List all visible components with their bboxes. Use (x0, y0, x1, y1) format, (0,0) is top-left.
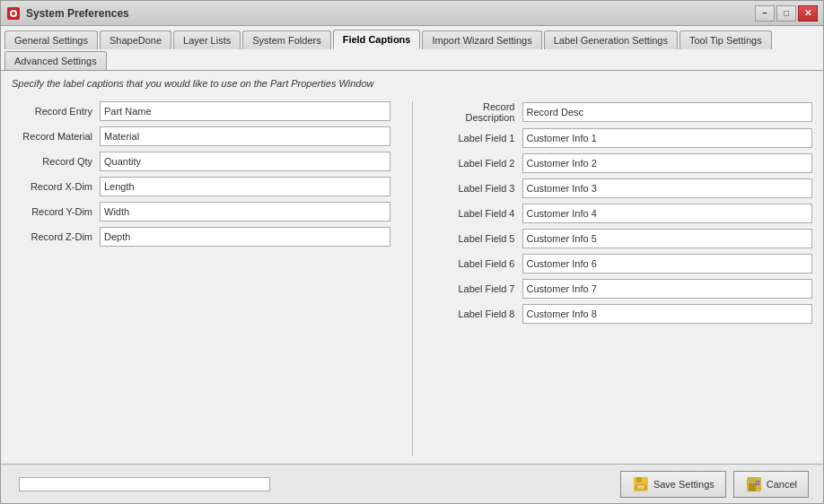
input-label-field-1[interactable] (522, 128, 813, 148)
tab-label-gen[interactable]: Label Generation Settings (544, 30, 678, 49)
label-field-3: Label Field 3 (434, 183, 515, 194)
bottom-bar: Save Settings Cancel (1, 464, 823, 503)
field-row-record-ydim: Record Y-Dim (12, 202, 390, 222)
field-row-record-zdim: Record Z-Dim (12, 227, 390, 247)
field-row-label-5: Label Field 5 (434, 229, 813, 248)
field-row-label-8: Label Field 8 (434, 304, 813, 324)
input-label-field-5[interactable] (522, 229, 813, 248)
svg-rect-6 (637, 485, 644, 489)
tab-general-settings[interactable]: General Settings (4, 30, 98, 49)
app-icon (6, 6, 21, 21)
fields-container: Record Entry Record Material Record Qty … (12, 101, 812, 456)
input-record-xdim[interactable] (100, 177, 390, 196)
label-field-5: Label Field 5 (434, 233, 515, 244)
main-window: System Preferences – □ ✕ General Setting… (0, 0, 824, 504)
title-bar: System Preferences – □ ✕ (1, 1, 823, 26)
maximize-button[interactable]: □ (776, 5, 796, 22)
field-row-label-7: Label Field 7 (434, 279, 813, 299)
minimize-button[interactable]: – (755, 5, 775, 22)
vertical-divider (412, 101, 413, 456)
field-row-label-6: Label Field 6 (434, 254, 813, 274)
progress-area (15, 477, 613, 491)
input-label-field-2[interactable] (522, 153, 813, 173)
field-row-label-4: Label Field 4 (434, 204, 813, 223)
description-text: Specify the label captions that you woul… (12, 78, 812, 89)
label-record-zdim: Record Z-Dim (12, 231, 92, 242)
tab-content-border: Specify the label captions that you woul… (1, 70, 823, 464)
tab-system-folders[interactable]: System Folders (242, 30, 330, 49)
title-buttons: – □ ✕ (755, 5, 818, 22)
field-row-record-desc: Record Description (434, 101, 813, 123)
input-label-field-7[interactable] (522, 279, 813, 299)
left-fields-column: Record Entry Record Material Record Qty … (12, 101, 390, 456)
svg-rect-4 (636, 477, 642, 482)
field-row-record-entry: Record Entry (12, 101, 390, 121)
svg-point-2 (12, 12, 15, 15)
input-record-zdim[interactable] (100, 227, 390, 247)
right-fields-column: Record Description Label Field 1 Label F… (434, 101, 813, 456)
label-record-ydim: Record Y-Dim (12, 206, 92, 217)
save-label: Save Settings (653, 479, 714, 490)
label-record-material: Record Material (12, 131, 92, 142)
label-field-4: Label Field 4 (434, 208, 515, 219)
tab-tooltip[interactable]: Tool Tip Settings (679, 30, 772, 49)
label-field-7: Label Field 7 (434, 283, 515, 294)
window-title: System Preferences (26, 7, 129, 20)
label-field-8: Label Field 8 (434, 308, 515, 319)
label-field-1: Label Field 1 (434, 133, 515, 143)
input-record-desc[interactable] (522, 102, 813, 122)
field-row-label-2: Label Field 2 (434, 153, 813, 173)
input-record-entry[interactable] (100, 101, 390, 121)
input-label-field-6[interactable] (522, 254, 813, 274)
svg-rect-9 (749, 477, 756, 483)
tab-shapedone[interactable]: ShapeDone (100, 30, 171, 49)
field-row-label-1: Label Field 1 (434, 128, 813, 148)
save-icon (632, 475, 650, 493)
field-row-record-material: Record Material (12, 126, 390, 146)
field-row-label-3: Label Field 3 (434, 178, 813, 198)
title-bar-left: System Preferences (6, 6, 129, 21)
tab-layer-lists[interactable]: Layer Lists (173, 30, 241, 49)
tabs-row: General Settings ShapeDone Layer Lists S… (1, 26, 823, 70)
input-record-ydim[interactable] (100, 202, 390, 222)
label-record-entry: Record Entry (12, 106, 92, 117)
tab-advanced[interactable]: Advanced Settings (4, 51, 107, 70)
save-settings-button[interactable]: Save Settings (620, 471, 726, 498)
input-label-field-8[interactable] (522, 304, 813, 324)
input-record-material[interactable] (100, 126, 390, 146)
input-record-qty[interactable] (100, 152, 390, 171)
label-record-xdim: Record X-Dim (12, 181, 92, 192)
field-row-record-qty: Record Qty (12, 152, 390, 171)
tab-field-captions[interactable]: Field Captions (333, 30, 421, 49)
label-record-qty: Record Qty (12, 156, 92, 167)
tab-content: Specify the label captions that you woul… (1, 71, 823, 464)
svg-rect-11 (757, 482, 758, 484)
cancel-label: Cancel (767, 479, 797, 490)
close-button[interactable]: ✕ (798, 5, 818, 22)
cancel-icon (745, 475, 763, 493)
input-label-field-3[interactable] (522, 178, 813, 198)
field-row-record-xdim: Record X-Dim (12, 177, 390, 196)
tab-import-wizard[interactable]: Import Wizard Settings (422, 30, 541, 49)
input-label-field-4[interactable] (522, 204, 813, 223)
label-field-6: Label Field 6 (434, 258, 515, 269)
progress-bar (19, 477, 270, 491)
svg-rect-8 (749, 482, 756, 491)
label-record-desc: Record Description (434, 101, 515, 123)
cancel-button[interactable]: Cancel (733, 471, 809, 498)
label-field-2: Label Field 2 (434, 158, 515, 169)
